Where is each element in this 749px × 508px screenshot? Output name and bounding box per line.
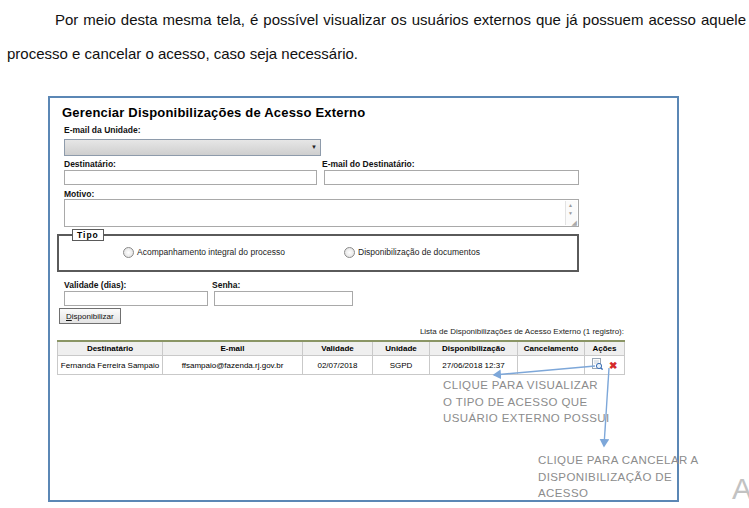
chevron-down-icon: ▼ (311, 144, 317, 150)
validity-input[interactable] (64, 291, 208, 306)
cell-acoes: ✖ (585, 356, 625, 375)
cell-disponibilizacao: 27/06/2018 12:37 (430, 356, 518, 375)
callout-cancel-access: CLIQUE PARA CANCELAR A DISPONIBILIZAÇÃO … (538, 452, 699, 502)
list-caption: Lista de Disponibilizações de Acesso Ext… (57, 327, 624, 336)
scroll-up-icon[interactable]: ▲ (568, 202, 573, 208)
recipient-email-input[interactable] (324, 170, 579, 185)
recipient-input[interactable] (64, 170, 317, 185)
reason-textarea[interactable]: ▲ ▼ ◢ (64, 199, 579, 227)
col-disponibilizacao: Disponibilização (430, 341, 518, 356)
callout-cancel-line-1: CLIQUE PARA CANCELAR A (538, 452, 699, 469)
paragraph-line-2: processo e cancelar o acesso, caso seja … (7, 44, 746, 64)
recipient-label: Destinatário: (64, 159, 116, 169)
type-fieldset: Tipo Acompanhamento integral do processo… (57, 234, 579, 272)
unit-email-label: E-mail da Unidade: (64, 125, 141, 135)
intro-paragraph: Por meio desta mesma tela, é possível vi… (7, 10, 746, 64)
callout-view-line-2: O TIPO DE ACESSO QUE (443, 394, 610, 411)
col-acoes: Ações (585, 341, 625, 356)
validity-label: Validade (dias): (64, 280, 126, 290)
callout-cancel-line-2: DISPONIBILIZAÇÃO DE (538, 469, 699, 486)
screenshot-frame: Gerenciar Disponibilizações de Acesso Ex… (48, 96, 679, 502)
cancel-access-icon[interactable]: ✖ (609, 360, 617, 371)
unit-email-select[interactable]: ▼ (64, 139, 321, 156)
password-input[interactable] (214, 291, 353, 306)
paragraph-line-1: Por meio desta mesma tela, é possível vi… (7, 10, 746, 30)
table-header-row: Destinatário E-mail Validade Unidade Dis… (58, 341, 625, 356)
callout-view-access: CLIQUE PARA VISUALIZAR O TIPO DE ACESSO … (443, 377, 610, 427)
cell-cancelamento (518, 356, 585, 375)
col-email: E-mail (163, 341, 303, 356)
callout-cancel-line-3: ACESSO (538, 485, 699, 502)
scroll-down-icon[interactable]: ▼ (568, 210, 573, 216)
password-label: Senha: (212, 280, 240, 290)
document-page: Por meio desta mesma tela, é possível vi… (0, 0, 749, 508)
recipient-email-label: E-mail do Destinatário: (322, 159, 415, 169)
reason-label: Motivo: (64, 189, 94, 199)
radio-documents-label[interactable]: Disponibilização de documentos (358, 247, 480, 257)
button-label-rest: isponibilizar (72, 312, 114, 321)
table-row: Fernanda Ferreira Sampaio ffsampaio@faze… (58, 356, 625, 375)
col-destinatario: Destinatário (58, 341, 163, 356)
col-unidade: Unidade (373, 341, 430, 356)
access-list-table: Destinatário E-mail Validade Unidade Dis… (57, 340, 625, 375)
radio-full-process-label[interactable]: Acompanhamento integral do processo (137, 247, 285, 257)
cell-email: ffsampaio@fazenda.rj.gov.br (163, 356, 303, 375)
callout-view-line-3: USUÁRIO EXTERNO POSSUI (443, 410, 610, 427)
col-cancelamento: Cancelamento (518, 341, 585, 356)
callout-view-line-1: CLIQUE PARA VISUALIZAR (443, 377, 610, 394)
cell-unidade: SGPD (373, 356, 430, 375)
page-letter: A (732, 472, 749, 506)
col-validade: Validade (303, 341, 373, 356)
page-title: Gerenciar Disponibilizações de Acesso Ex… (62, 105, 365, 120)
disponibilizar-button[interactable]: Disponibilizar (59, 308, 121, 324)
radio-full-process[interactable] (123, 247, 134, 258)
view-access-type-icon[interactable] (592, 358, 603, 372)
cell-validade: 02/07/2018 (303, 356, 373, 375)
resize-grip-icon[interactable]: ◢ (572, 219, 577, 226)
cell-destinatario: Fernanda Ferreira Sampaio (58, 356, 163, 375)
radio-documents[interactable] (344, 247, 355, 258)
type-legend: Tipo (72, 229, 104, 241)
